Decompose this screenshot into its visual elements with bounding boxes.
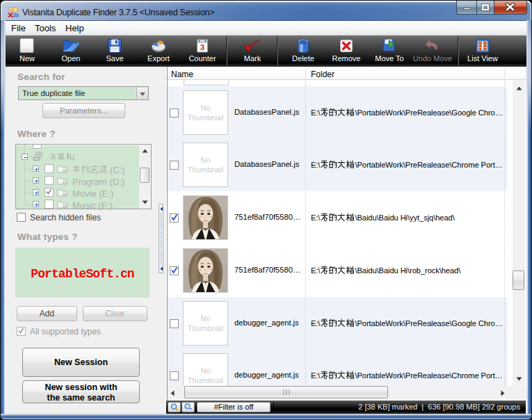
svg-text:3: 3	[200, 43, 204, 51]
